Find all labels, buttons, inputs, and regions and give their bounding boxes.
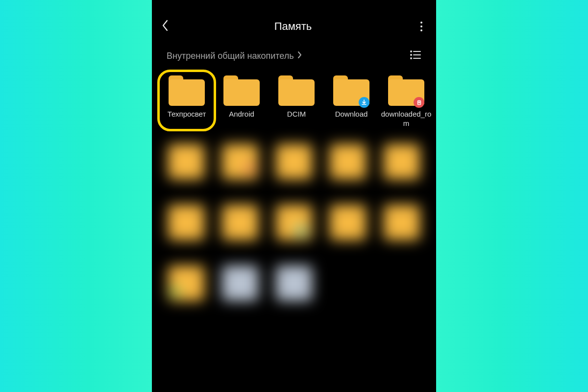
folder-label: Техпросвет <box>160 110 214 119</box>
phone-frame: Память Внутренний общий накопитель Техпр… <box>152 0 436 392</box>
overflow-menu-icon[interactable] <box>416 22 427 31</box>
svg-point-4 <box>411 58 412 59</box>
folder-download[interactable]: Download <box>324 73 378 128</box>
file-badge-icon <box>414 97 424 108</box>
chevron-right-icon <box>297 51 302 61</box>
folder-android[interactable]: Android <box>215 73 269 128</box>
folder-grid: Техпросвет Android DCIM Download <box>152 68 436 133</box>
app-header: Память <box>152 12 436 41</box>
folder-label: DCIM <box>270 110 323 119</box>
breadcrumb[interactable]: Внутренний общий накопитель <box>167 51 302 61</box>
download-badge-icon <box>359 97 369 108</box>
blurred-row <box>152 133 436 194</box>
breadcrumb-label: Внутренний общий накопитель <box>167 51 294 61</box>
folder-dcim[interactable]: DCIM <box>270 73 323 128</box>
blurred-row <box>152 255 436 316</box>
page-title: Память <box>171 20 416 33</box>
folder-icon <box>278 75 315 106</box>
breadcrumb-row: Внутренний общий накопитель <box>152 41 436 68</box>
folder-label: Download <box>324 110 378 119</box>
folder-icon <box>223 75 260 106</box>
folder-downloaded-rom[interactable]: downloaded_rom <box>379 73 433 128</box>
folder-label: Android <box>215 110 269 119</box>
blurred-row <box>152 194 436 255</box>
status-bar <box>152 0 436 12</box>
svg-point-0 <box>411 51 412 52</box>
list-view-toggle-icon[interactable] <box>410 50 421 62</box>
folder-tehprosvet[interactable]: Техпросвет <box>160 73 214 128</box>
folder-icon <box>388 75 424 106</box>
back-icon[interactable] <box>161 19 171 34</box>
folder-icon <box>169 75 205 106</box>
svg-point-2 <box>411 54 412 55</box>
folder-icon <box>333 75 369 106</box>
folder-label: downloaded_rom <box>379 110 433 128</box>
